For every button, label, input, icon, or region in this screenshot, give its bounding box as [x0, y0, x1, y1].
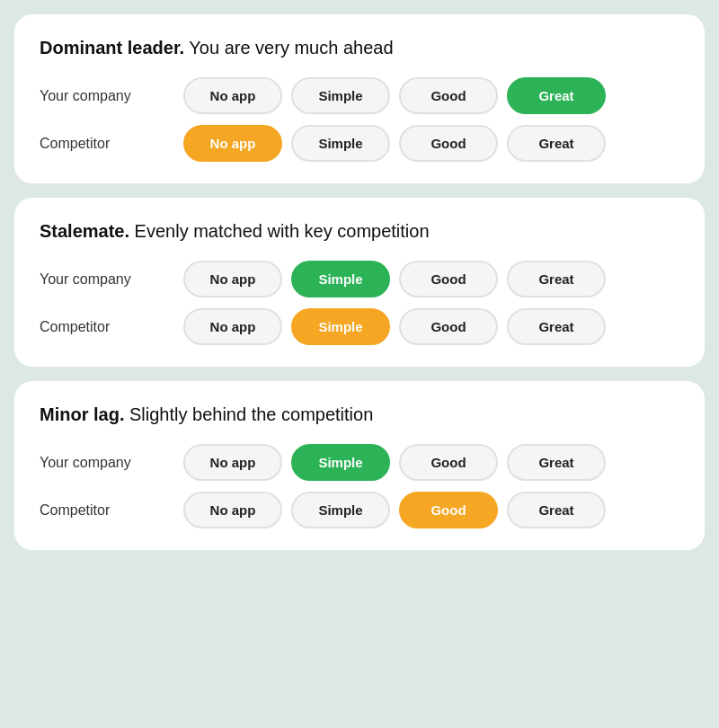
card-stalemate: Stalemate. Evenly matched with key compe…	[14, 198, 705, 367]
pill-no-app: No app	[183, 77, 282, 114]
row-label: Your company	[40, 455, 183, 471]
pill-great: Great	[507, 261, 606, 297]
row-label: Competitor	[40, 136, 183, 152]
row-your-company: Your companyNo appSimpleGoodGreat	[40, 444, 679, 481]
pill-good: Good	[399, 308, 498, 345]
row-your-company: Your companyNo appSimpleGoodGreat	[40, 77, 679, 114]
pill-great: Great	[507, 492, 606, 528]
card-minor-lag: Minor lag. Slightly behind the competiti…	[14, 381, 705, 550]
pill-no-app: No app	[183, 125, 282, 162]
card-title-bold: Dominant leader.	[40, 38, 184, 58]
card-title-normal: You are very much ahead	[184, 38, 393, 58]
pill-good: Good	[399, 261, 498, 297]
pill-great: Great	[507, 77, 606, 114]
pill-simple: Simple	[291, 125, 390, 162]
pills-container: No appSimpleGoodGreat	[183, 77, 606, 114]
row-label: Competitor	[40, 502, 183, 519]
pill-good: Good	[399, 492, 498, 528]
pill-no-app: No app	[183, 261, 282, 297]
row-label: Your company	[40, 271, 183, 288]
pills-container: No appSimpleGoodGreat	[183, 444, 606, 481]
pill-simple: Simple	[291, 492, 390, 528]
pill-good: Good	[399, 77, 498, 114]
pills-container: No appSimpleGoodGreat	[183, 125, 606, 162]
card-title-normal: Slightly behind the competition	[124, 404, 373, 424]
pill-great: Great	[507, 308, 606, 345]
card-title: Stalemate. Evenly matched with key compe…	[40, 219, 679, 243]
pill-simple: Simple	[291, 308, 390, 345]
pills-container: No appSimpleGoodGreat	[183, 492, 606, 528]
row-label: Competitor	[40, 319, 183, 335]
row-your-company: Your companyNo appSimpleGoodGreat	[40, 261, 679, 297]
pill-no-app: No app	[183, 308, 282, 345]
card-title: Dominant leader. You are very much ahead	[40, 36, 679, 59]
card-title-bold: Stalemate.	[40, 221, 129, 241]
pill-good: Good	[399, 444, 498, 481]
pills-container: No appSimpleGoodGreat	[183, 308, 606, 345]
card-title: Minor lag. Slightly behind the competiti…	[40, 403, 679, 426]
card-dominant-leader: Dominant leader. You are very much ahead…	[14, 14, 705, 183]
row-competitor: CompetitorNo appSimpleGoodGreat	[40, 125, 679, 162]
pill-great: Great	[507, 125, 606, 162]
pill-no-app: No app	[183, 444, 282, 481]
row-competitor: CompetitorNo appSimpleGoodGreat	[40, 492, 679, 528]
pill-simple: Simple	[291, 77, 390, 114]
pill-simple: Simple	[291, 261, 390, 297]
pill-great: Great	[507, 444, 606, 481]
row-label: Your company	[40, 88, 183, 104]
pills-container: No appSimpleGoodGreat	[183, 261, 606, 297]
pill-simple: Simple	[291, 444, 390, 481]
card-title-normal: Evenly matched with key competition	[129, 221, 430, 241]
card-title-bold: Minor lag.	[40, 404, 124, 424]
row-competitor: CompetitorNo appSimpleGoodGreat	[40, 308, 679, 345]
pill-no-app: No app	[183, 492, 282, 528]
pill-good: Good	[399, 125, 498, 162]
